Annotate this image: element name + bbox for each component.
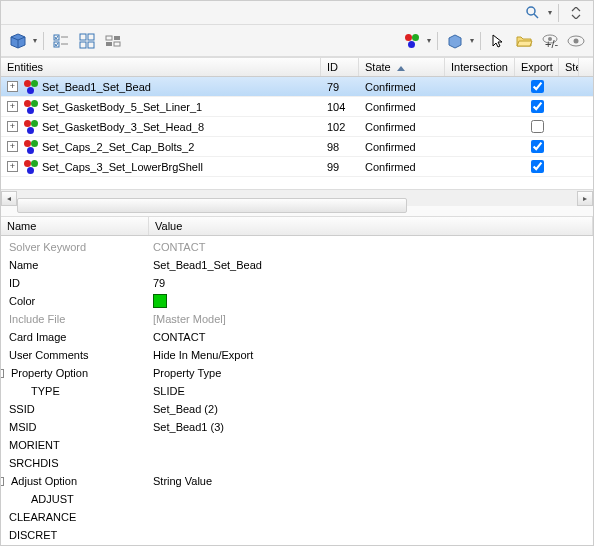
svg-rect-8 [80,42,86,48]
entity-icon [24,140,38,154]
property-name: ID [9,277,20,289]
expander-icon[interactable]: - [1,477,4,486]
entity-icon [24,100,38,114]
expander-icon[interactable]: - [1,369,4,378]
column-intersection[interactable]: Intersection [445,58,515,76]
export-checkbox[interactable] [531,120,544,133]
column-entities[interactable]: Entities [1,58,321,76]
horizontal-scrollbar[interactable]: ◂▸ [1,189,593,206]
export-checkbox[interactable] [531,140,544,153]
property-row[interactable]: CLEARANCE [1,508,593,526]
table-row[interactable]: +Set_GasketBody_5_Set_Liner_1104Confirme… [1,97,593,117]
rgb-balls-icon[interactable] [401,30,423,52]
property-name: Color [9,295,35,307]
table-row[interactable]: +Set_Caps_2_Set_Cap_Bolts_298Confirmed [1,137,593,157]
entity-icon [24,80,38,94]
svg-rect-6 [80,34,86,40]
property-value[interactable]: [Master Model] [149,313,593,325]
property-value[interactable]: Set_Bead1 (3) [149,421,593,433]
property-row[interactable]: MSIDSet_Bead1 (3) [1,418,593,436]
export-checkbox[interactable] [531,80,544,93]
svg-rect-9 [88,42,94,48]
property-row[interactable]: Include File[Master Model] [1,310,593,328]
export-checkbox[interactable] [531,160,544,173]
entity-name: Set_GasketBody_3_Set_Head_8 [42,121,204,133]
property-header: Name Value [1,216,593,236]
eye-plus-minus-icon[interactable]: +/- [539,30,561,52]
property-value[interactable]: SLIDE [149,385,593,397]
expand-icon[interactable]: + [7,81,18,92]
property-row[interactable]: DISCRET [1,526,593,544]
column-ste[interactable]: Ste [559,58,579,76]
entity-name: Set_Bead1_Set_Bead [42,81,151,93]
property-row[interactable]: -Adjust OptionString Value [1,472,593,490]
property-row[interactable]: User CommentsHide In Menu/Export [1,346,593,364]
search-icon[interactable] [522,2,544,24]
folder-open-icon[interactable] [513,30,535,52]
entity-icon [24,120,38,134]
eye-icon[interactable] [565,30,587,52]
export-checkbox[interactable] [531,100,544,113]
dropdown-caret-icon[interactable]: ▾ [548,8,552,17]
property-name: CLEARANCE [9,511,76,523]
prop-col-value[interactable]: Value [149,217,593,235]
property-row[interactable]: -Property OptionProperty Type [1,364,593,382]
property-value[interactable]: Set_Bead1_Set_Bead [149,259,593,271]
cube-icon[interactable] [7,30,29,52]
property-value[interactable]: CONTACT [149,331,593,343]
property-name: Name [9,259,38,271]
dropdown-caret-icon[interactable]: ▾ [427,36,431,45]
entity-state: Confirmed [359,119,445,135]
entity-id: 98 [321,139,359,155]
property-name: Property Option [11,367,88,379]
entity-id: 79 [321,79,359,95]
checklist-large-icon[interactable] [76,30,98,52]
expand-icon[interactable]: + [7,141,18,152]
property-row[interactable]: ID79 [1,274,593,292]
table-row[interactable]: +Set_Caps_3_Set_LowerBrgShell99Confirmed [1,157,593,177]
column-state[interactable]: State [359,58,445,76]
property-value[interactable]: CONTACT [149,241,593,253]
expand-icon[interactable]: + [7,121,18,132]
prop-col-name[interactable]: Name [1,217,149,235]
property-value[interactable]: 79 [149,277,593,289]
entity-intersection [445,165,515,169]
property-row[interactable]: SSIDSet_Bead (2) [1,400,593,418]
entity-intersection [445,145,515,149]
shaded-cube-icon[interactable] [444,30,466,52]
table-row[interactable]: +Set_GasketBody_3_Set_Head_8102Confirmed [1,117,593,137]
property-name: SRCHDIS [9,457,59,469]
property-row[interactable]: SRCHDIS [1,454,593,472]
property-name: TYPE [31,385,60,397]
cursor-icon[interactable] [487,30,509,52]
entity-name: Set_Caps_2_Set_Cap_Bolts_2 [42,141,194,153]
property-value[interactable] [149,294,593,308]
entity-state: Confirmed [359,99,445,115]
color-swatch[interactable] [153,294,167,308]
property-row[interactable]: Solver KeywordCONTACT [1,238,593,256]
property-value[interactable]: String Value [149,475,593,487]
checklist-small-icon[interactable] [50,30,72,52]
property-row[interactable]: MORIENT [1,436,593,454]
chevron-collapse-icon[interactable] [565,2,587,24]
dropdown-caret-icon[interactable]: ▾ [33,36,37,45]
property-value[interactable]: Property Type [149,367,593,379]
property-row[interactable]: NameSet_Bead1_Set_Bead [1,256,593,274]
property-value[interactable]: Hide In Menu/Export [149,349,593,361]
expand-icon[interactable]: + [7,161,18,172]
entity-intersection [445,85,515,89]
property-row[interactable]: TYPESLIDE [1,382,593,400]
dropdown-caret-icon[interactable]: ▾ [470,36,474,45]
property-row[interactable]: Card ImageCONTACT [1,328,593,346]
property-row[interactable]: ADJUST [1,490,593,508]
property-name: Card Image [9,331,66,343]
column-id[interactable]: ID [321,58,359,76]
table-row[interactable]: +Set_Bead1_Set_Bead79Confirmed [1,77,593,97]
expand-icon[interactable]: + [7,101,18,112]
property-value[interactable]: Set_Bead (2) [149,403,593,415]
property-row[interactable]: Color [1,292,593,310]
entities-table-header: Entities ID State Intersection Export St… [1,57,593,77]
column-export[interactable]: Export [515,58,559,76]
toggle-panels-icon[interactable] [102,30,124,52]
entities-table-body: +Set_Bead1_Set_Bead79Confirmed+Set_Gaske… [1,77,593,189]
